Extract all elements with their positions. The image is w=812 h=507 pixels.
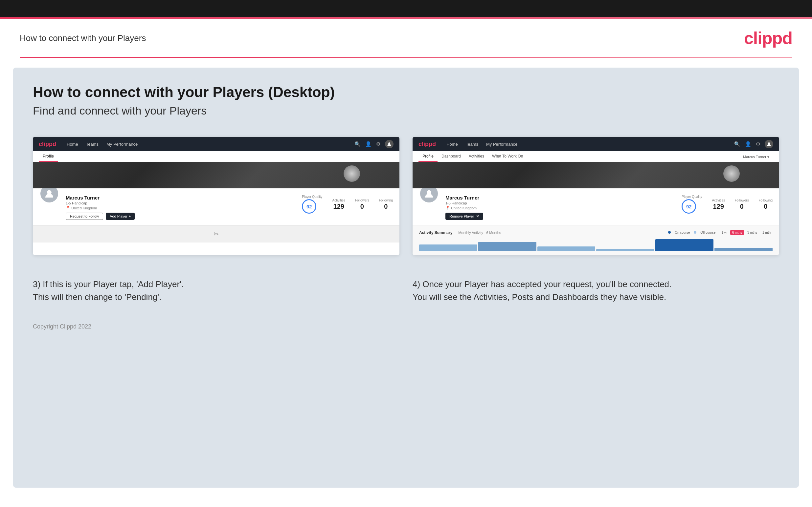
profile-buttons-left: Request to Follow Add Player +: [66, 213, 295, 220]
profile-info-left: Marcus Turner 1-5 Handicap 📍 United King…: [66, 193, 295, 220]
screenshots-row: clippd Home Teams My Performance 🔍 👤 ⚙ P…: [33, 137, 779, 255]
legend-off-course: [694, 231, 696, 234]
nav-teams-left[interactable]: Teams: [86, 142, 99, 147]
nav-icons-left: 🔍 👤 ⚙: [354, 140, 394, 148]
description-right: 4) Once your Player has accepted your re…: [413, 271, 779, 310]
legend-on-course: [668, 231, 671, 234]
avatar-left[interactable]: [385, 140, 394, 148]
profile-section-right: Marcus Turner 1-5 Handicap 📍 United King…: [413, 188, 779, 225]
request-follow-button[interactable]: Request to Follow: [66, 213, 103, 220]
time-filters: 1 yr 6 mths 3 mths 1 mth: [719, 230, 773, 235]
chart-area: [419, 238, 773, 251]
copyright: Copyright Clippd 2022: [33, 323, 779, 330]
stats-row-right: Player Quality 92 Activities 129 Followe…: [681, 193, 773, 214]
add-player-button[interactable]: Add Player +: [106, 213, 135, 220]
app-logo-left: clippd: [39, 141, 56, 148]
profile-location-left: 📍 United Kingdom: [66, 206, 295, 210]
activity-header: Activity Summary Monthly Activity · 6 Mo…: [419, 229, 773, 235]
top-bar: [0, 0, 812, 17]
quality-circle-right: 92: [681, 199, 696, 214]
user-name-dropdown[interactable]: Marcus Turner ▾: [739, 152, 773, 162]
activity-subtitle: Monthly Activity · 6 Months: [458, 231, 501, 235]
chart-bar-3: [538, 246, 596, 251]
nav-icons-right: 🔍 👤 ⚙: [734, 140, 773, 148]
screenshot-left: clippd Home Teams My Performance 🔍 👤 ⚙ P…: [33, 137, 399, 255]
description-text-right: 4) Once your Player has accepted your re…: [413, 278, 779, 303]
sub-tabs-right: Profile Dashboard Activities What To Wor…: [413, 151, 779, 162]
hero-banner-left: [33, 162, 399, 188]
chart-bar-1: [419, 244, 477, 251]
filter-1yr[interactable]: 1 yr: [719, 230, 729, 235]
settings-icon-right[interactable]: ⚙: [756, 141, 760, 147]
chart-bar-5: [655, 239, 713, 251]
nav-home-right[interactable]: Home: [446, 142, 458, 147]
svg-point-0: [388, 143, 390, 145]
tab-profile-left[interactable]: Profile: [39, 151, 58, 162]
profile-handicap-right: 1-5 Handicap: [445, 201, 675, 205]
close-icon-remove: ✕: [476, 214, 479, 219]
scissors-area: ✂: [33, 225, 399, 242]
clippd-logo: clippd: [744, 28, 792, 48]
location-icon-left: 📍: [66, 206, 70, 210]
filter-3mths[interactable]: 3 mths: [745, 230, 759, 235]
tab-dashboard-right[interactable]: Dashboard: [438, 151, 465, 162]
stat-followers-left: Followers 0: [355, 199, 369, 210]
nav-teams-right[interactable]: Teams: [466, 142, 478, 147]
user-icon-right[interactable]: 👤: [745, 141, 751, 147]
stat-followers-right: Followers 0: [735, 199, 749, 210]
profile-handicap-left: 1-5 Handicap: [66, 201, 295, 205]
stats-row-left: Player Quality 92 Activities 129 Followe…: [302, 193, 393, 214]
page-heading: How to connect with your Players (Deskto…: [33, 84, 779, 100]
filter-1mth[interactable]: 1 mth: [760, 230, 773, 235]
activity-controls: On course Off course 1 yr 6 mths 3 mths …: [668, 230, 773, 235]
user-icon-left[interactable]: 👤: [365, 141, 371, 147]
search-icon-left[interactable]: 🔍: [354, 141, 361, 147]
quality-wrap-left: Player Quality 92: [302, 195, 322, 214]
profile-location-right: 📍 United Kingdom: [445, 206, 675, 210]
stat-following-left: Following 0: [379, 199, 393, 210]
chart-bar-2: [478, 242, 537, 251]
app-navbar-left: clippd Home Teams My Performance 🔍 👤 ⚙: [33, 137, 399, 151]
tab-profile-right[interactable]: Profile: [418, 151, 438, 162]
filter-6mths[interactable]: 6 mths: [730, 230, 744, 235]
tab-whattoon-right[interactable]: What To Work On: [488, 151, 527, 162]
nav-home-left[interactable]: Home: [67, 142, 78, 147]
location-icon-right: 📍: [445, 206, 450, 210]
profile-buttons-right: Remove Player ✕: [445, 213, 675, 220]
stat-activities-left: Activities 129: [333, 199, 345, 210]
sub-tabs-left: Profile: [33, 151, 399, 162]
remove-player-button[interactable]: Remove Player ✕: [445, 213, 483, 220]
description-text-left: 3) If this is your Player tap, 'Add Play…: [33, 278, 399, 303]
content-area: How to connect with your Players (Deskto…: [13, 68, 799, 488]
activity-left: Activity Summary Monthly Activity · 6 Mo…: [419, 229, 501, 235]
screenshot-right: clippd Home Teams My Performance 🔍 👤 ⚙ P…: [413, 137, 779, 255]
settings-icon-left[interactable]: ⚙: [376, 141, 380, 147]
hero-banner-right: [413, 162, 779, 188]
profile-info-right: Marcus Turner 1-5 Handicap 📍 United King…: [445, 193, 675, 220]
activity-summary: Activity Summary Monthly Activity · 6 Mo…: [413, 225, 779, 255]
chart-bar-6: [714, 248, 773, 251]
search-icon-right[interactable]: 🔍: [734, 141, 741, 147]
legend-dots: On course Off course: [668, 231, 715, 234]
plus-icon: +: [129, 214, 131, 218]
profile-name-right: Marcus Turner: [445, 195, 675, 201]
nav-performance-left[interactable]: My Performance: [106, 142, 138, 147]
stat-activities-right: Activities 129: [712, 199, 725, 210]
avatar-right[interactable]: [765, 140, 773, 148]
page-title: How to connect with your Players: [20, 33, 146, 43]
nav-performance-right[interactable]: My Performance: [486, 142, 517, 147]
quality-circle-left: 92: [302, 199, 316, 214]
header-divider: [20, 57, 792, 58]
scissors-icon: ✂: [213, 230, 219, 238]
tab-activities-right[interactable]: Activities: [465, 151, 488, 162]
svg-point-2: [768, 143, 770, 145]
app-logo-right: clippd: [418, 141, 436, 148]
descriptions-row: 3) If this is your Player tap, 'Add Play…: [33, 271, 779, 310]
page-subheading: Find and connect with your Players: [33, 104, 779, 117]
description-left: 3) If this is your Player tap, 'Add Play…: [33, 271, 399, 310]
chart-bar-4: [596, 249, 654, 251]
profile-name-left: Marcus Turner: [66, 195, 295, 201]
app-navbar-right: clippd Home Teams My Performance 🔍 👤 ⚙: [413, 137, 779, 151]
sub-tabs-right-group: Profile Dashboard Activities What To Wor…: [418, 151, 527, 162]
activity-title: Activity Summary: [419, 230, 452, 235]
